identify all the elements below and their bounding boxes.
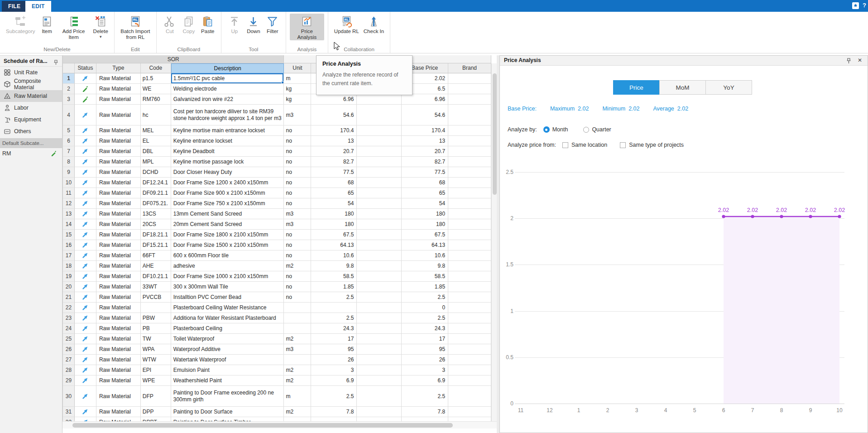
- brand-cell[interactable]: [448, 84, 491, 94]
- status-cell[interactable]: [75, 323, 96, 334]
- unit-cell[interactable]: m3: [284, 209, 311, 219]
- type-cell[interactable]: Raw Material: [96, 292, 141, 303]
- type-cell[interactable]: Raw Material: [96, 188, 141, 198]
- description-cell[interactable]: Waterproof Additive: [171, 344, 284, 355]
- unit-cell[interactable]: no: [284, 178, 311, 188]
- table-row[interactable]: 13Raw Material13CS13mm Cement Sand Scree…: [63, 209, 491, 219]
- base-price-cell[interactable]: 54: [402, 198, 448, 209]
- type-cell[interactable]: Raw Material: [96, 178, 141, 188]
- description-cell[interactable]: Door Frame Size 900 x 2100 x150mm: [171, 188, 284, 198]
- table-row[interactable]: 16Raw MaterialDF15.21.1Door Frame Size 1…: [63, 240, 491, 250]
- spare-cell[interactable]: [357, 157, 402, 167]
- brand-cell[interactable]: [448, 167, 491, 178]
- row-number-cell[interactable]: 20: [63, 282, 75, 292]
- unit-cell[interactable]: no: [284, 125, 311, 136]
- column-header-rownum[interactable]: [63, 63, 75, 73]
- table-row[interactable]: 22Raw MaterialPlasterboard Ceiling Water…: [63, 303, 491, 313]
- code-cell[interactable]: PB: [141, 323, 171, 334]
- status-cell[interactable]: [75, 105, 96, 125]
- quarter-radio[interactable]: [583, 127, 589, 133]
- base-price-cell[interactable]: 6.96: [402, 94, 448, 105]
- row-number-cell[interactable]: 9: [63, 167, 75, 178]
- spare-cell[interactable]: [357, 209, 402, 219]
- status-cell[interactable]: [75, 198, 96, 209]
- brand-cell[interactable]: [448, 240, 491, 250]
- status-cell[interactable]: [75, 188, 96, 198]
- row-number-cell[interactable]: 11: [63, 188, 75, 198]
- row-number-cell[interactable]: 4: [63, 105, 75, 125]
- brand-cell[interactable]: [448, 261, 491, 271]
- unit-cell[interactable]: no: [284, 136, 311, 146]
- type-cell[interactable]: Raw Material: [96, 198, 141, 209]
- type-cell[interactable]: Raw Material: [96, 271, 141, 282]
- type-cell[interactable]: Raw Material: [96, 282, 141, 292]
- code-cell[interactable]: DF10.21.1: [141, 271, 171, 282]
- type-cell[interactable]: Raw Material: [96, 334, 141, 344]
- description-cell[interactable]: 300 x 300mm Wall Tile: [171, 282, 284, 292]
- brand-cell[interactable]: [448, 375, 491, 386]
- status-cell[interactable]: [75, 125, 96, 136]
- description-cell[interactable]: Plasterboard Ceiling Water Resistance: [171, 303, 284, 313]
- table-row[interactable]: 21Raw MaterialPVCCBInstalltion PVC Corne…: [63, 292, 491, 303]
- spare-cell[interactable]: [357, 303, 402, 313]
- brand-cell[interactable]: [448, 219, 491, 230]
- spare-cell[interactable]: [357, 344, 402, 355]
- brand-cell[interactable]: [448, 417, 491, 421]
- sidebar-item-composite-material[interactable]: Composite Material: [0, 78, 62, 90]
- sidebar-item-others[interactable]: Others: [0, 125, 62, 137]
- base-price-cell[interactable]: 2.5: [402, 313, 448, 323]
- status-cell[interactable]: [75, 178, 96, 188]
- price-cell[interactable]: 58.5: [311, 271, 357, 282]
- status-cell[interactable]: [75, 157, 96, 167]
- type-cell[interactable]: Raw Material: [96, 344, 141, 355]
- code-cell[interactable]: PVCCB: [141, 292, 171, 303]
- unit-cell[interactable]: m2: [284, 261, 311, 271]
- table-row[interactable]: 3Raw MaterialRM760Galvanized iron wire #…: [63, 94, 491, 105]
- row-number-cell[interactable]: 8: [63, 157, 75, 167]
- type-cell[interactable]: Raw Material: [96, 84, 141, 94]
- row-number-cell[interactable]: 2: [63, 84, 75, 94]
- table-row[interactable]: 6Raw MaterialELKeyline entrance locksetn…: [63, 136, 491, 146]
- copy-button[interactable]: Copy: [179, 14, 198, 34]
- batch-import-from-rl-button[interactable]: RLBatch Import from RL: [118, 14, 153, 40]
- spare-cell[interactable]: [357, 282, 402, 292]
- description-cell[interactable]: Watertank Waterproof: [171, 355, 284, 365]
- description-cell[interactable]: Door Frame Size 1500 x 2100 x150mm: [171, 240, 284, 250]
- sidebar-item-raw-material[interactable]: Raw Material: [0, 90, 62, 102]
- same-location-checkbox[interactable]: [562, 142, 568, 148]
- row-number-cell[interactable]: 29: [63, 375, 75, 386]
- unit-cell[interactable]: [284, 323, 311, 334]
- unit-cell[interactable]: m2: [284, 407, 311, 417]
- base-price-cell[interactable]: 17: [402, 334, 448, 344]
- table-row[interactable]: 28Raw MaterialEPIEmulsion Paintm233: [63, 365, 491, 375]
- code-cell[interactable]: WE: [141, 84, 171, 94]
- table-row[interactable]: 7Raw MaterialDBLKeyline Deadboltno20.720…: [63, 146, 491, 157]
- same-type-checkbox[interactable]: [620, 142, 626, 148]
- code-cell[interactable]: DF18.21.1: [141, 230, 171, 240]
- chevron-down-icon[interactable]: ▼: [99, 35, 102, 39]
- brand-cell[interactable]: [448, 282, 491, 292]
- status-cell[interactable]: [75, 240, 96, 250]
- description-cell[interactable]: Welding electrode: [171, 84, 284, 94]
- horizontal-scrollbar-thumb[interactable]: [72, 423, 453, 428]
- description-cell[interactable]: Keyline mortise main entrance lockset: [171, 125, 284, 136]
- base-price-cell[interactable]: 3: [402, 365, 448, 375]
- price-cell[interactable]: 54: [311, 198, 357, 209]
- unit-cell[interactable]: kg: [284, 94, 311, 105]
- code-cell[interactable]: 13CS: [141, 209, 171, 219]
- row-number-cell[interactable]: 7: [63, 146, 75, 157]
- type-cell[interactable]: Raw Material: [96, 407, 141, 417]
- up-button[interactable]: Up: [225, 14, 244, 34]
- brand-cell[interactable]: [448, 198, 491, 209]
- spare-cell[interactable]: [357, 230, 402, 240]
- base-price-cell[interactable]: [402, 417, 448, 421]
- tab-yoy[interactable]: YoY: [705, 80, 752, 95]
- base-price-cell[interactable]: 64.13: [402, 240, 448, 250]
- row-number-cell[interactable]: 12: [63, 198, 75, 209]
- status-cell[interactable]: [75, 292, 96, 303]
- status-cell[interactable]: [75, 261, 96, 271]
- brand-cell[interactable]: [448, 178, 491, 188]
- code-cell[interactable]: DFP: [141, 386, 171, 407]
- code-cell[interactable]: DCHD: [141, 167, 171, 178]
- table-row[interactable]: 32Raw MaterialDPPTPainting to Door Surfa…: [63, 417, 491, 421]
